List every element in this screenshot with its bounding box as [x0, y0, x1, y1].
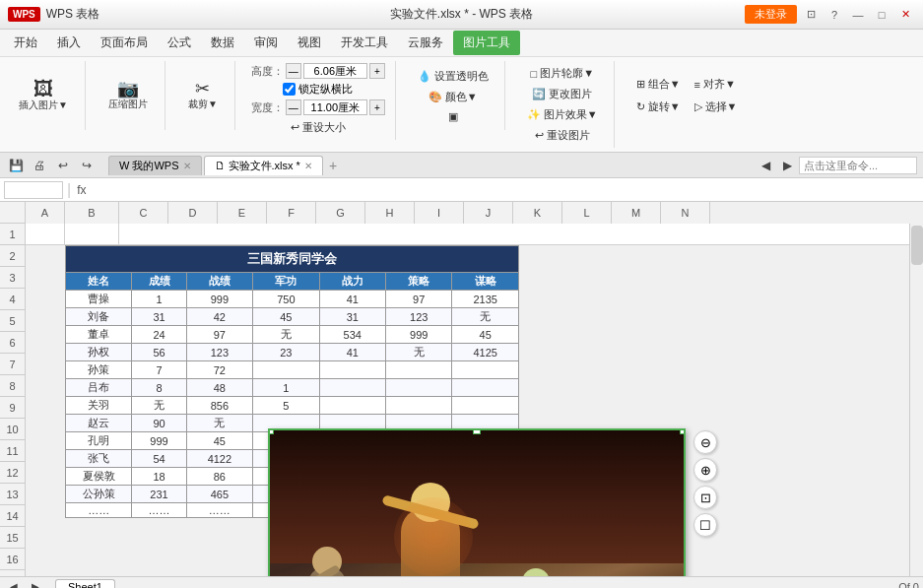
menu-data[interactable]: 数据: [201, 31, 244, 55]
nav-back-btn[interactable]: ◀: [756, 156, 775, 175]
tab-file[interactable]: 🗋 实验文件.xlsx * ✕: [204, 156, 323, 175]
print-quick-btn[interactable]: 🖨: [30, 156, 49, 175]
color-btn[interactable]: 🎨 颜色▼: [423, 87, 484, 107]
redo-btn[interactable]: ↪: [77, 156, 97, 175]
col-K[interactable]: K: [513, 202, 562, 224]
height-input[interactable]: [303, 63, 367, 79]
select-btn[interactable]: ▷ 选择▼: [689, 97, 745, 117]
cell-B1[interactable]: [65, 224, 119, 245]
menu-dev-tools[interactable]: 开发工具: [331, 31, 398, 55]
undo-btn[interactable]: ↩: [53, 156, 73, 175]
zoom-out-tool-btn[interactable]: ⊖: [693, 430, 717, 454]
cell-combat-caocao[interactable]: 41: [319, 291, 385, 308]
row-12[interactable]: 12: [0, 462, 25, 484]
cell-rest-1[interactable]: [119, 224, 909, 245]
col-L[interactable]: L: [562, 202, 612, 224]
lock-ratio-checkbox[interactable]: [283, 83, 296, 96]
zoom-in-tool-btn[interactable]: ⊕: [693, 458, 717, 482]
row-3[interactable]: 3: [0, 267, 25, 289]
height-minus-btn[interactable]: —: [286, 63, 301, 79]
cell-name-guanyu[interactable]: 关羽: [66, 397, 132, 415]
pic-effect-btn[interactable]: ✨ 图片效果▼: [521, 104, 604, 125]
row-7[interactable]: 7: [0, 354, 25, 375]
pic-outline-btn[interactable]: □ 图片轮廓▼: [524, 63, 600, 84]
handle-tr[interactable]: [680, 428, 686, 434]
cell-name-kongming[interactable]: 孔明: [66, 432, 132, 450]
menu-page-layout[interactable]: 页面布局: [91, 31, 158, 55]
row-11[interactable]: 11: [0, 440, 25, 462]
cell-name-zhaoyun[interactable]: 赵云: [66, 415, 132, 432]
row-8[interactable]: 8: [0, 375, 25, 397]
minimize-btn[interactable]: —: [848, 5, 868, 25]
col-N[interactable]: N: [661, 202, 710, 224]
reset-size-btn[interactable]: ↩ 重设大小: [285, 117, 352, 138]
width-minus-btn[interactable]: —: [286, 99, 301, 115]
row-17[interactable]: 17: [0, 570, 25, 576]
save-quick-btn[interactable]: 💾: [6, 156, 26, 175]
menu-cloud[interactable]: 云服务: [398, 31, 453, 55]
col-H[interactable]: H: [365, 202, 415, 224]
tab-mywps[interactable]: W 我的WPS ✕: [108, 156, 202, 175]
align-btn[interactable]: ≡ 对齐▼: [689, 74, 745, 95]
row-5[interactable]: 5: [0, 310, 25, 332]
fit-tool-btn[interactable]: ⊡: [693, 486, 717, 509]
col-E[interactable]: E: [218, 202, 267, 224]
sheet-tab-1[interactable]: Sheet1: [55, 579, 115, 588]
col-J[interactable]: J: [464, 202, 513, 224]
fullscreen-tool-btn[interactable]: ☐: [693, 513, 717, 537]
menu-view[interactable]: 视图: [288, 31, 331, 55]
cell-name-sunjian[interactable]: 孙策: [66, 361, 132, 379]
width-plus-btn[interactable]: +: [369, 99, 385, 115]
sheet-nav-next[interactable]: ▶: [26, 577, 45, 589]
width-input[interactable]: [303, 99, 367, 115]
row-14[interactable]: 14: [0, 505, 25, 527]
image-overlay[interactable]: [268, 428, 686, 576]
handle-tl[interactable]: [268, 428, 274, 434]
search-command-input[interactable]: [799, 157, 917, 174]
scrollbar-thumb[interactable]: [911, 226, 923, 265]
height-plus-btn[interactable]: +: [369, 63, 385, 79]
cell-battle-caocao[interactable]: 999: [186, 291, 252, 308]
table-title-cell[interactable]: 三国新秀同学会: [66, 246, 519, 273]
formula-func-icon[interactable]: fx: [75, 183, 88, 197]
cell-name-lvbu[interactable]: 吕布: [66, 379, 132, 397]
vertical-scrollbar[interactable]: [909, 224, 923, 576]
col-D[interactable]: D: [168, 202, 218, 224]
menu-formula[interactable]: 公式: [158, 31, 201, 55]
formula-input[interactable]: [93, 183, 920, 197]
col-C[interactable]: C: [119, 202, 168, 224]
menu-review[interactable]: 审阅: [244, 31, 288, 55]
crop-btn[interactable]: ✂ 裁剪▼: [181, 77, 225, 114]
row-13[interactable]: 13: [0, 484, 25, 505]
col-I[interactable]: I: [415, 202, 464, 224]
cell-name-zhangfei[interactable]: 张飞: [66, 450, 132, 468]
menu-start[interactable]: 开始: [4, 31, 47, 55]
cell-name-dongzhuo[interactable]: 董卓: [66, 326, 132, 344]
row-1[interactable]: 1: [0, 224, 25, 245]
row-9[interactable]: 9: [0, 397, 25, 419]
col-G[interactable]: G: [316, 202, 365, 224]
set-transparent-btn[interactable]: 💧 设置透明色: [412, 66, 494, 87]
col-M[interactable]: M: [612, 202, 661, 224]
cell-name-caocao[interactable]: 曹操: [66, 291, 132, 308]
cell-mil-caocao[interactable]: 750: [253, 291, 319, 308]
row-6[interactable]: 6: [0, 332, 25, 354]
question-btn[interactable]: ?: [824, 5, 844, 25]
cell-ellipsis-1[interactable]: ……: [66, 503, 132, 518]
restore-btn[interactable]: ⊡: [801, 5, 821, 25]
cell-ref-input[interactable]: [4, 181, 63, 199]
maximize-btn[interactable]: □: [872, 5, 891, 25]
cell-name-gongsunice[interactable]: 公孙策: [66, 486, 132, 503]
login-button[interactable]: 未登录: [745, 5, 797, 24]
row-15[interactable]: 15: [0, 527, 25, 549]
tab-mywps-close[interactable]: ✕: [183, 161, 191, 171]
close-btn[interactable]: ✕: [895, 5, 915, 25]
compress-btn[interactable]: 📷 压缩图片: [101, 77, 155, 114]
add-tab-btn[interactable]: +: [325, 158, 341, 173]
rotate-btn[interactable]: ↻ 旋转▼: [630, 97, 687, 117]
cell-A1[interactable]: [26, 224, 65, 245]
menu-insert[interactable]: 插入: [47, 31, 91, 55]
menu-picture-tools[interactable]: 图片工具: [453, 31, 520, 55]
nav-fwd-btn[interactable]: ▶: [777, 156, 797, 175]
cell-name-sunquan[interactable]: 孙权: [66, 344, 132, 361]
